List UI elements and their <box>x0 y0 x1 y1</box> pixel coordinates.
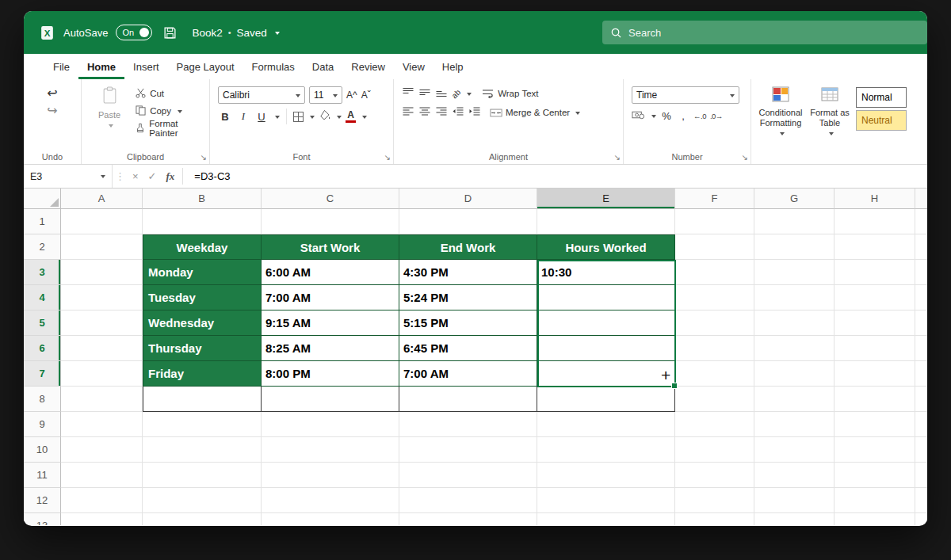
cell-A3[interactable] <box>61 260 143 285</box>
cell-F10[interactable] <box>675 437 754 463</box>
decrease-indent-button[interactable] <box>452 105 464 120</box>
cell-H2[interactable] <box>835 234 915 260</box>
align-bottom-button[interactable] <box>435 86 448 101</box>
font-dialog-launcher-icon[interactable]: ↘ <box>384 153 391 162</box>
cell-style-normal[interactable]: Normal <box>856 87 907 108</box>
cell-G12[interactable] <box>754 488 835 513</box>
percent-style-button[interactable]: % <box>660 110 673 122</box>
copy-button[interactable]: Copy <box>136 104 204 118</box>
cell-B10[interactable] <box>143 437 262 463</box>
cell-B13[interactable] <box>143 513 262 525</box>
excel-app-icon[interactable]: X <box>38 24 55 41</box>
cell-E12[interactable] <box>537 488 675 513</box>
cell-B12[interactable] <box>143 488 262 513</box>
cell-A5[interactable] <box>61 310 143 336</box>
cell-E6[interactable] <box>537 336 675 361</box>
align-center-button[interactable] <box>418 105 431 120</box>
fill-handle[interactable] <box>671 383 678 389</box>
cell-C12[interactable] <box>262 488 399 513</box>
font-size-select[interactable]: 11 <box>309 86 342 104</box>
cell-A8[interactable] <box>61 387 143 412</box>
search-input[interactable] <box>628 27 907 39</box>
cell-H11[interactable] <box>835 463 915 488</box>
cell-A4[interactable] <box>61 285 143 310</box>
cell-H12[interactable] <box>835 488 915 513</box>
cell-F3[interactable] <box>675 260 754 285</box>
cell-G3[interactable] <box>754 260 835 285</box>
row-header-2[interactable]: 2 <box>24 234 61 260</box>
clipboard-dialog-launcher-icon[interactable]: ↘ <box>201 153 207 162</box>
cell-partial-4[interactable] <box>915 285 927 310</box>
cell-B11[interactable] <box>143 463 262 488</box>
menu-tab-data[interactable]: Data <box>304 54 342 79</box>
cancel-icon[interactable]: × <box>128 165 143 188</box>
cell-C10[interactable] <box>262 437 399 463</box>
cell-H13[interactable] <box>835 513 915 525</box>
cell-A13[interactable] <box>61 513 143 525</box>
cell-partial-3[interactable] <box>915 260 927 285</box>
column-header-E[interactable]: E <box>537 189 675 209</box>
select-all-corner[interactable] <box>24 189 61 209</box>
cell-F11[interactable] <box>675 463 754 488</box>
cell-E13[interactable] <box>537 513 675 525</box>
cell-G7[interactable] <box>754 361 835 387</box>
workbook-title[interactable]: Book2 • Saved <box>192 27 279 39</box>
column-header-partial[interactable] <box>915 189 927 209</box>
search-box[interactable] <box>602 21 927 44</box>
alignment-dialog-launcher-icon[interactable]: ↘ <box>614 153 621 162</box>
column-header-F[interactable]: F <box>675 189 754 209</box>
cell-F5[interactable] <box>675 310 754 336</box>
decrease-decimal-button[interactable]: .0→ <box>710 112 723 120</box>
cell-partial-1[interactable] <box>915 209 927 234</box>
row-header-12[interactable]: 12 <box>24 488 61 513</box>
cell-G9[interactable] <box>754 412 835 437</box>
row-header-9[interactable]: 9 <box>24 412 61 437</box>
cell-E9[interactable] <box>537 412 675 437</box>
name-box-resize-handle[interactable]: ⋮ <box>113 165 128 188</box>
increase-indent-button[interactable] <box>468 105 481 120</box>
cell-partial-2[interactable] <box>915 234 927 260</box>
conditional-formatting-button[interactable]: Conditional Formatting <box>758 85 804 136</box>
cell-B6[interactable]: Thursday <box>143 336 262 361</box>
font-name-select[interactable]: Calibri <box>218 86 305 104</box>
cell-E11[interactable] <box>537 463 675 488</box>
cell-partial-7[interactable] <box>915 361 927 387</box>
row-header-13[interactable]: 13 <box>24 513 61 525</box>
cell-D5[interactable]: 5:15 PM <box>399 310 537 336</box>
merge-center-button[interactable]: Merge & Center <box>490 108 580 118</box>
cell-H6[interactable] <box>835 336 915 361</box>
cell-F7[interactable] <box>675 361 754 387</box>
underline-button[interactable]: U <box>254 109 269 124</box>
cell-B3[interactable]: Monday <box>143 260 262 285</box>
wrap-text-button[interactable]: Wrap Text <box>482 89 538 99</box>
cell-B5[interactable]: Wednesday <box>143 310 262 336</box>
cell-D1[interactable] <box>399 209 537 234</box>
increase-font-size-button[interactable]: A^ <box>346 90 357 101</box>
cell-A9[interactable] <box>61 412 143 437</box>
accounting-format-button[interactable] <box>632 109 645 123</box>
cell-H8[interactable] <box>835 387 915 412</box>
row-header-1[interactable]: 1 <box>24 209 61 234</box>
italic-button[interactable]: I <box>236 109 250 124</box>
cell-C7[interactable]: 8:00 PM <box>262 361 399 387</box>
cell-C3[interactable]: 6:00 AM <box>262 260 399 285</box>
cell-C1[interactable] <box>262 209 399 234</box>
cell-F12[interactable] <box>675 488 754 513</box>
cell-E3[interactable]: 10:30 <box>537 260 675 285</box>
align-middle-button[interactable] <box>418 86 431 101</box>
formula-input[interactable]: =D3-C3 <box>186 165 927 188</box>
row-header-11[interactable]: 11 <box>24 463 61 488</box>
fill-color-button[interactable] <box>319 109 330 124</box>
cell-A1[interactable] <box>61 209 143 234</box>
format-as-table-button[interactable]: Format as Table <box>807 85 853 136</box>
cell-G8[interactable] <box>754 387 835 412</box>
comma-style-button[interactable]: , <box>677 110 689 122</box>
cell-H4[interactable] <box>835 285 915 310</box>
redo-button[interactable]: ↪ <box>47 105 57 117</box>
column-header-H[interactable]: H <box>835 189 915 209</box>
cell-B9[interactable] <box>143 412 262 437</box>
cell-partial-9[interactable] <box>915 412 927 437</box>
row-header-3[interactable]: 3 <box>24 260 61 285</box>
menu-tab-home[interactable]: Home <box>78 54 124 79</box>
cell-F4[interactable] <box>675 285 754 310</box>
